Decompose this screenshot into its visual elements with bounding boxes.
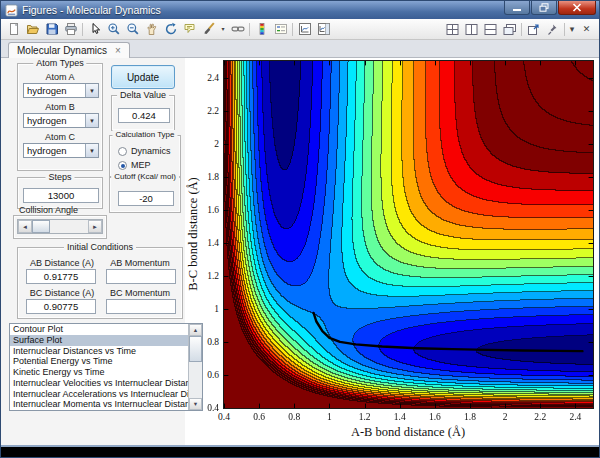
bc-momentum-field[interactable] <box>106 299 176 314</box>
y-tick-label: 1.8 <box>183 172 219 182</box>
y-tick-label: 2 <box>183 139 219 149</box>
tile-vertical-icon[interactable] <box>462 21 481 38</box>
list-item[interactable]: Kinetic Energy vs Time <box>10 367 188 378</box>
atom-b-select[interactable]: hydrogen ▼ <box>23 113 99 128</box>
y-tick-label: 1.4 <box>183 238 219 248</box>
atom-a-label: Atom A <box>18 72 102 82</box>
bc-distance-field[interactable] <box>26 299 96 314</box>
app-icon <box>5 4 18 17</box>
atom-b-label: Atom B <box>18 102 102 112</box>
list-item-selected[interactable]: Surface Plot <box>10 335 188 346</box>
atom-c-label: Atom C <box>18 132 102 142</box>
float-windows-icon[interactable] <box>500 21 519 38</box>
atom-a-select[interactable]: hydrogen ▼ <box>23 83 99 98</box>
y-tick-label: 0.6 <box>183 370 219 380</box>
pin-icon[interactable] <box>543 21 562 38</box>
rotate-3d-icon[interactable] <box>161 21 180 38</box>
scroll-up-arrow[interactable]: ▲ <box>189 324 202 336</box>
zoom-in-icon[interactable] <box>104 21 123 38</box>
open-file-icon[interactable] <box>23 21 42 38</box>
x-tick-label: 0.8 <box>278 412 310 422</box>
list-item[interactable]: Internuclear Distances vs Time <box>10 346 188 357</box>
slider-thumb[interactable] <box>32 220 50 233</box>
new-figure-icon[interactable] <box>4 21 23 38</box>
y-tick-label: 1.2 <box>183 271 219 281</box>
pan-icon[interactable] <box>142 21 161 38</box>
insert-colorbar-icon[interactable] <box>252 21 271 38</box>
edit-plot-icon[interactable] <box>85 21 104 38</box>
content-area: Atom Types Atom A hydrogen ▼ Atom B hydr… <box>1 58 599 445</box>
save-icon[interactable] <box>42 21 61 38</box>
brush-icon[interactable] <box>199 21 218 38</box>
tab-close-icon[interactable]: × <box>115 46 121 56</box>
collision-angle-slider[interactable]: ◄ ► <box>17 219 103 234</box>
undock-icon[interactable] <box>524 21 543 38</box>
atom-a-value: hydrogen <box>24 84 85 97</box>
brush-dropdown-chevron[interactable]: ▾ <box>218 21 228 38</box>
tile-grid-icon[interactable] <box>443 21 462 38</box>
print-icon[interactable] <box>61 21 80 38</box>
calculation-type-title: Calculation Type <box>113 130 178 139</box>
list-item[interactable]: Internuclear Momenta vs Internuclear Dis… <box>10 399 188 410</box>
hide-plot-tools-icon[interactable] <box>295 21 314 38</box>
slider-right-arrow[interactable]: ► <box>88 220 102 233</box>
radio-mep-circle[interactable] <box>118 161 127 170</box>
chevron-down-icon[interactable]: ▼ <box>85 114 98 127</box>
data-cursor-icon[interactable] <box>180 21 199 38</box>
ab-momentum-label: AB Momentum <box>102 258 178 268</box>
maximize-button[interactable] <box>531 1 557 15</box>
plot-axes[interactable] <box>223 60 594 409</box>
tab-bar: Molecular Dynamics × <box>1 40 599 58</box>
list-item[interactable]: Contour Plot <box>10 324 188 335</box>
atom-types-group: Atom Types Atom A hydrogen ▼ Atom B hydr… <box>17 63 103 171</box>
radio-dynamics[interactable]: Dynamics <box>118 146 171 156</box>
ab-momentum-field[interactable] <box>106 269 176 284</box>
x-tick-label: 1 <box>313 412 345 422</box>
slider-left-arrow[interactable]: ◄ <box>18 220 32 233</box>
bottom-strip <box>1 447 599 458</box>
minimize-button[interactable] <box>504 1 530 15</box>
contour-plot-canvas[interactable] <box>224 61 593 408</box>
atom-c-value: hydrogen <box>24 144 85 157</box>
show-plot-tools-icon[interactable] <box>314 21 333 38</box>
steps-field[interactable] <box>23 188 99 203</box>
initial-conditions-title: Initial Conditions <box>64 242 136 252</box>
list-item[interactable]: Internuclear Accelerations vs Internucle… <box>10 389 188 400</box>
atom-c-select[interactable]: hydrogen ▼ <box>23 143 99 158</box>
calculation-type-group: Calculation Type Dynamics MEP <box>109 135 181 177</box>
tab-molecular-dynamics[interactable]: Molecular Dynamics × <box>8 42 130 58</box>
collision-angle-label: Collision Angle <box>19 205 78 215</box>
chevron-down-icon[interactable]: ▼ <box>85 84 98 97</box>
delta-value-title: Delta Value <box>117 90 169 100</box>
bc-distance-label: BC Distance (A) <box>24 288 100 298</box>
list-item[interactable]: Internuclear Velocities vs Internuclear … <box>10 378 188 389</box>
radio-mep[interactable]: MEP <box>118 160 151 170</box>
x-tick-label: 2.2 <box>524 412 556 422</box>
x-tick-label: 1.4 <box>384 412 416 422</box>
x-tick-label: 1.6 <box>419 412 451 422</box>
atom-b-value: hydrogen <box>24 114 85 127</box>
link-plots-icon[interactable] <box>228 21 247 38</box>
title-bar[interactable]: Figures - Molecular Dynamics <box>1 1 599 19</box>
chevron-down-icon[interactable]: ▼ <box>85 144 98 157</box>
window-title: Figures - Molecular Dynamics <box>22 4 161 16</box>
insert-legend-icon[interactable] <box>271 21 290 38</box>
ab-distance-field[interactable] <box>26 269 96 284</box>
list-item[interactable]: Potential Energy vs Time <box>10 356 188 367</box>
zoom-out-icon[interactable] <box>123 21 142 38</box>
atom-types-title: Atom Types <box>33 58 86 68</box>
toolbar-menu-chevron[interactable]: ▾ <box>567 21 577 38</box>
cutoff-field[interactable] <box>118 191 174 206</box>
toolbar-close-icon[interactable]: ✕ <box>577 21 596 38</box>
slider-track[interactable] <box>50 220 88 233</box>
update-button[interactable]: Update <box>111 65 175 89</box>
plot-type-listbox: Contour Plot Surface Plot Internuclear D… <box>9 323 203 411</box>
radio-dynamics-circle[interactable] <box>118 147 127 156</box>
tile-horizontal-icon[interactable] <box>481 21 500 38</box>
x-axis-label: A-B bond distance (Å) <box>298 425 518 440</box>
bc-momentum-label: BC Momentum <box>102 288 178 298</box>
delta-value-field[interactable] <box>118 108 170 123</box>
y-tick-label: 1.6 <box>183 205 219 215</box>
close-button[interactable] <box>558 1 596 15</box>
x-tick-label: 0.4 <box>208 412 240 422</box>
